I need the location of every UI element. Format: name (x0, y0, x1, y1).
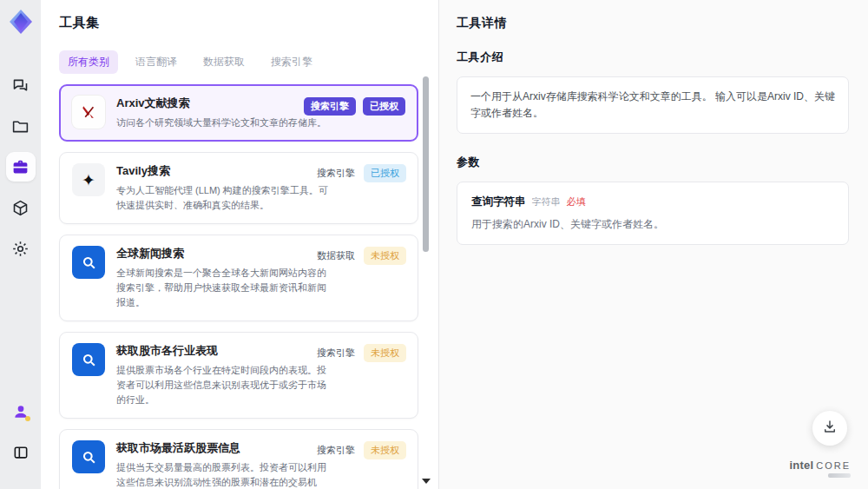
tool-card-sector-performance[interactable]: 获取股市各行业表现 提供股票市场各个行业在特定时间段内的表现。投资者可以利用这些… (59, 332, 418, 419)
search-icon (72, 343, 105, 376)
tool-description: 访问各个研究领域大量科学论文和文章的存储库。 (116, 116, 326, 130)
toolbox-icon (11, 158, 30, 176)
tool-title: Tavily搜索 (116, 163, 333, 179)
sidebar-item-panel-toggle[interactable] (6, 438, 36, 467)
tab-language-translation[interactable]: 语言翻译 (127, 50, 186, 74)
tools-list-pane: 工具集 所有类别 语言翻译 数据获取 搜索引擎 Arxiv文献搜索 访问 (41, 0, 438, 489)
tool-card-global-news[interactable]: 全球新闻搜索 全球新闻搜索是一个聚合全球各大新闻网站内容的搜索引擎，帮助用户快速… (59, 235, 418, 321)
scrollbar-thumb[interactable] (423, 76, 429, 252)
tool-title: 获取股市各行业表现 (116, 343, 333, 359)
category-badge: 搜索引擎 (315, 441, 357, 459)
param-description: 用于搜索的Arxiv ID、关键字或作者姓名。 (471, 217, 834, 232)
tool-title: 获取市场最活跃股票信息 (116, 440, 333, 456)
tool-card-active-stocks[interactable]: 获取市场最活跃股票信息 提供当天交易量最高的股票列表。投资者可以利用这些信息来识… (59, 429, 418, 489)
search-icon (72, 440, 105, 473)
tool-description: 全球新闻搜索是一个聚合全球各大新闻网站内容的搜索引擎，帮助用户快速获取全球最新资… (116, 266, 333, 310)
category-tabs: 所有类别 语言翻译 数据获取 搜索引擎 (59, 50, 438, 74)
auth-badge: 已授权 (364, 164, 406, 182)
category-badge: 数据获取 (315, 247, 357, 265)
package-icon (11, 199, 30, 217)
intel-core-logo: intelCORE (789, 459, 851, 478)
intro-box: 一个用于从Arxiv存储库搜索科学论文和文章的工具。 输入可以是Arxiv ID… (457, 76, 849, 134)
sidebar-item-files[interactable] (6, 111, 36, 141)
auth-badge: 已授权 (363, 97, 405, 116)
sidebar-item-profile[interactable] (6, 397, 36, 426)
category-badge: 搜索引擎 (304, 97, 356, 116)
sidebar-item-settings[interactable] (6, 234, 36, 263)
param-required-badge: 必填 (567, 195, 586, 208)
tool-card-arxiv[interactable]: Arxiv文献搜索 访问各个研究领域大量科学论文和文章的存储库。 搜索引擎 已授… (59, 84, 418, 142)
sidebar-item-packages[interactable] (6, 193, 36, 222)
auth-badge: 未授权 (364, 344, 406, 362)
tool-card-tavily[interactable]: ✦ Tavily搜索 专为人工智能代理 (LLM) 构建的搜索引擎工具。可快速提… (59, 152, 418, 224)
params-heading: 参数 (457, 155, 849, 170)
brand-ultra-mark (828, 473, 851, 478)
tool-details-pane: 工具详情 工具介绍 一个用于从Arxiv存储库搜索科学论文和文章的工具。 输入可… (438, 0, 868, 489)
tab-search-engine[interactable]: 搜索引擎 (262, 50, 321, 74)
scrollbar-down-arrow-icon[interactable] (422, 479, 431, 484)
tool-description: 专为人工智能代理 (LLM) 构建的搜索引擎工具。可快速提供实时、准确和真实的结… (116, 183, 333, 213)
notification-dot (25, 416, 30, 421)
download-icon (822, 419, 838, 438)
brand-core-text: CORE (816, 460, 851, 471)
tool-card-list: Arxiv文献搜索 访问各个研究领域大量科学论文和文章的存储库。 搜索引擎 已授… (59, 84, 418, 489)
param-type: 字符串 (532, 195, 561, 208)
page-title: 工具集 (59, 15, 438, 31)
arxiv-logo-icon (72, 96, 105, 129)
intro-heading: 工具介绍 (457, 50, 849, 65)
tool-title: 全球新闻搜索 (116, 246, 333, 261)
icon-rail (0, 0, 41, 489)
category-badge: 搜索引擎 (315, 344, 357, 362)
list-scrollbar[interactable] (423, 76, 429, 484)
app-window: 工具集 所有类别 语言翻译 数据获取 搜索引擎 Arxiv文献搜索 访问 (0, 0, 868, 489)
chat-icon (11, 76, 30, 95)
tab-data-fetch[interactable]: 数据获取 (194, 50, 253, 74)
folder-icon (11, 117, 30, 135)
app-logo-icon[interactable] (7, 8, 35, 36)
sidebar-item-chat[interactable] (6, 70, 36, 100)
auth-badge: 未授权 (364, 441, 406, 459)
category-badge: 搜索引擎 (315, 164, 357, 182)
download-button[interactable] (812, 411, 847, 446)
brand-intel-text: intel (789, 459, 813, 472)
search-icon (72, 246, 105, 279)
auth-badge: 未授权 (364, 247, 406, 265)
details-title: 工具详情 (457, 16, 849, 31)
tab-all-categories[interactable]: 所有类别 (59, 50, 118, 74)
tool-description: 提供当天交易量最高的股票列表。投资者可以利用这些信息来识别流动性强的股票和潜在的… (116, 460, 333, 489)
tool-title: Arxiv文献搜索 (116, 96, 326, 111)
star-icon: ✦ (72, 163, 105, 196)
gear-icon (11, 240, 30, 258)
panel-toggle-icon (12, 444, 30, 461)
tool-description: 提供股票市场各个行业在特定时间段内的表现。投资者可以利用这些信息来识别表现优于或… (116, 363, 333, 407)
sidebar-item-tools[interactable] (6, 152, 36, 182)
param-name: 查询字符串 (471, 195, 526, 209)
param-item: 查询字符串 字符串 必填 用于搜索的Arxiv ID、关键字或作者姓名。 (457, 182, 849, 245)
